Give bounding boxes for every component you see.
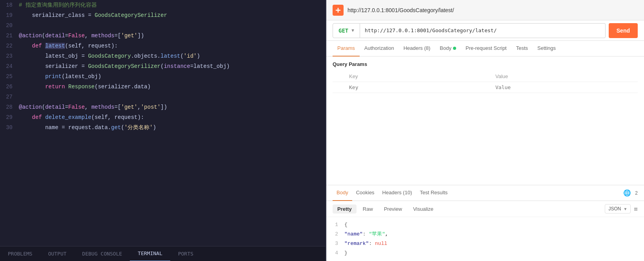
- request-tabs: Params Authorization Headers (8) Body Pr…: [326, 41, 644, 57]
- json-line-3: 3 "remark": null: [333, 239, 638, 248]
- wrap-icon[interactable]: ≡: [634, 205, 638, 213]
- params-section: Query Params Key Value: [326, 57, 644, 185]
- code-editor: 18 # 指定查询集用到的序列化容器 19 serializer_class =…: [0, 0, 326, 261]
- code-line-30: 30 name = request.data.get('分类名称'): [0, 122, 326, 133]
- postman-panel: http://127.0.0.1:8001/GoodsCategory/late…: [326, 0, 644, 261]
- resp-tab-cookies[interactable]: Cookies: [352, 185, 378, 201]
- params-row-value[interactable]: [491, 82, 638, 93]
- params-row-key[interactable]: [345, 82, 491, 93]
- code-line-18: 18 # 指定查询集用到的序列化容器: [0, 0, 326, 10]
- globe-icon: 🌐: [623, 189, 631, 197]
- code-line-24: 24 serializer = GoodsCategorySerilizer(i…: [0, 61, 326, 71]
- response-right-controls: 🌐 2: [623, 189, 638, 197]
- params-title: Query Params: [333, 61, 638, 67]
- code-line-25: 25 print(latest_obj): [0, 71, 326, 82]
- json-body: 1 { 2 "name": "苹果", 3 "remark": null 4 }: [326, 217, 644, 261]
- postman-header-url: http://127.0.0.1:8001/GoodsCategory/late…: [347, 7, 454, 13]
- json-line-4: 4 }: [333, 248, 638, 258]
- format-tab-raw[interactable]: Raw: [358, 204, 378, 214]
- tab-authorization[interactable]: Authorization: [360, 41, 399, 57]
- chevron-down-icon: ▼: [623, 207, 627, 211]
- tab-body[interactable]: Body: [435, 41, 461, 57]
- tab-tests[interactable]: Tests: [511, 41, 533, 57]
- format-tabs: Pretty Raw Preview Visualize JSON ▼ ≡: [326, 201, 644, 217]
- params-key-header: Key: [345, 71, 491, 82]
- chevron-down-icon: ▼: [351, 28, 354, 33]
- format-tab-visualize[interactable]: Visualize: [408, 204, 438, 214]
- send-button[interactable]: Send: [609, 23, 638, 38]
- tab-output[interactable]: OUTPUT: [40, 246, 75, 261]
- tab-pre-request[interactable]: Pre-request Script: [461, 41, 511, 57]
- resp-tab-test-results[interactable]: Test Results: [416, 185, 451, 201]
- response-status: 2: [635, 190, 638, 196]
- params-value-header: Value: [491, 71, 638, 82]
- bottom-bar: PROBLEMS OUTPUT DEBUG CONSOLE TERMINAL P…: [0, 246, 326, 261]
- json-format-select[interactable]: JSON ▼: [605, 204, 631, 214]
- format-tab-pretty[interactable]: Pretty: [333, 204, 357, 214]
- tab-debug-console[interactable]: DEBUG CONSOLE: [75, 246, 130, 261]
- format-right-controls: JSON ▼ ≡: [605, 204, 638, 214]
- response-tabs: Body Cookies Headers (10) Test Results 🌐…: [326, 185, 644, 201]
- tab-ports[interactable]: PORTS: [170, 246, 201, 261]
- code-line-26: 26 return Response(serializer.data): [0, 82, 326, 92]
- url-bar: GET ▼ Send: [326, 20, 644, 41]
- tab-problems[interactable]: PROBLEMS: [0, 246, 40, 261]
- params-key-input[interactable]: [349, 84, 488, 90]
- method-label: GET: [338, 27, 348, 34]
- postman-icon: [333, 5, 344, 16]
- json-line-2: 2 "name": "苹果",: [333, 230, 638, 239]
- code-line-27: 27: [0, 92, 326, 102]
- response-section: Body Cookies Headers (10) Test Results 🌐…: [326, 185, 644, 261]
- code-line-22: 22 def latest(self, request):: [0, 41, 326, 51]
- code-line-21: 21 @action(detail=False, methods=['get']…: [0, 31, 326, 41]
- tab-headers[interactable]: Headers (8): [399, 41, 435, 57]
- params-value-input[interactable]: [495, 84, 634, 90]
- postman-header: http://127.0.0.1:8001/GoodsCategory/late…: [326, 0, 644, 20]
- resp-tab-headers[interactable]: Headers (10): [378, 185, 416, 201]
- json-line-1: 1 {: [333, 220, 638, 230]
- code-line-19: 19 serializer_class = GoodsCategorySeril…: [0, 10, 326, 20]
- code-line-20: 20: [0, 20, 326, 31]
- params-cb-header: [333, 71, 345, 82]
- url-input[interactable]: [360, 23, 606, 38]
- params-table: Key Value: [333, 71, 638, 93]
- params-row-cb: [333, 82, 345, 93]
- code-line-23: 23 latest_obj = GoodsCategory.objects.la…: [0, 51, 326, 61]
- method-select[interactable]: GET ▼: [333, 23, 360, 38]
- code-line-29: 29 def delete_example(self, request):: [0, 112, 326, 122]
- format-tab-preview[interactable]: Preview: [379, 204, 407, 214]
- code-line-28: 28 @action(detail=False, methods=['get',…: [0, 102, 326, 112]
- resp-tab-body[interactable]: Body: [333, 185, 352, 201]
- tab-params[interactable]: Params: [333, 41, 360, 57]
- tab-terminal[interactable]: TERMINAL: [130, 246, 170, 261]
- tab-settings[interactable]: Settings: [533, 41, 560, 57]
- table-row: [333, 82, 638, 93]
- code-area: 18 # 指定查询集用到的序列化容器 19 serializer_class =…: [0, 0, 326, 246]
